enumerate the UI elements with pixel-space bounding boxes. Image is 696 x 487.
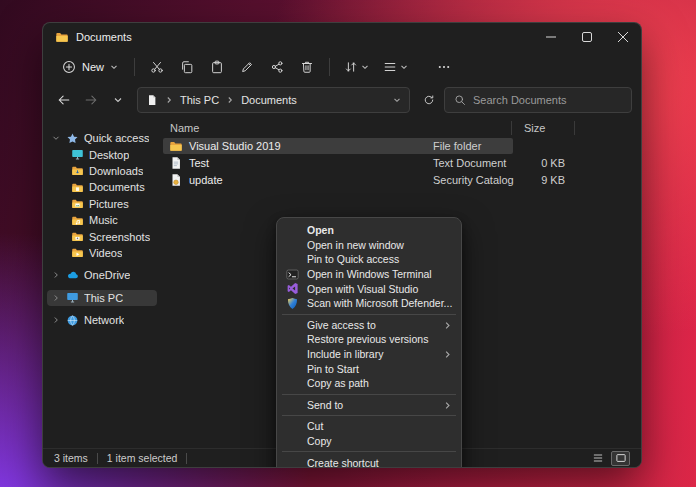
menu-item-label: Restore previous versions [307, 333, 428, 345]
sidebar-item-videos[interactable]: Videos [47, 245, 157, 261]
menu-item-send-to[interactable]: Send to [277, 398, 461, 413]
address-dropdown-icon[interactable] [393, 96, 401, 104]
breadcrumb-this-pc[interactable]: This PC [180, 94, 219, 106]
forward-button[interactable] [79, 88, 103, 112]
recent-locations-button[interactable] [106, 88, 130, 112]
minimize-button[interactable] [533, 23, 569, 51]
sidebar-item-downloads[interactable]: Downloads [47, 163, 157, 179]
sort-button[interactable] [337, 54, 376, 80]
search-box[interactable] [444, 87, 632, 113]
column-header-size[interactable]: Size [524, 122, 545, 134]
menu-item-scan-with-defender[interactable]: Scan with Microsoft Defender... [277, 296, 461, 311]
trash-icon [300, 60, 314, 74]
toolbar-divider [134, 58, 135, 76]
menu-item-copy[interactable]: Copy [277, 434, 461, 449]
file-row-update[interactable]: update Security Catalog 9 KB [161, 172, 641, 189]
breadcrumb-documents[interactable]: Documents [241, 94, 297, 106]
copy-icon [180, 60, 194, 74]
menu-item-open-in-windows-terminal[interactable]: Open in Windows Terminal [277, 267, 461, 282]
close-button[interactable] [605, 23, 641, 51]
chevron-down-icon [361, 63, 369, 71]
sidebar-item-music[interactable]: Music [47, 212, 157, 228]
menu-item-give-access-to[interactable]: Give access to [277, 318, 461, 333]
view-button[interactable] [376, 54, 415, 80]
file-size: 0 KB [491, 157, 565, 169]
menu-item-open-in-new-window[interactable]: Open in new window [277, 238, 461, 253]
sidebar-item-pictures[interactable]: Pictures [47, 196, 157, 212]
menu-item-label: Give access to [307, 319, 376, 331]
command-toolbar: New [43, 51, 641, 83]
thumbnail-view-button[interactable] [611, 451, 630, 466]
file-name: update [189, 174, 223, 186]
column-headers: Name Size [161, 119, 641, 138]
column-divider[interactable] [511, 121, 512, 135]
menu-item-include-in-library[interactable]: Include in library [277, 347, 461, 362]
menu-item-restore-previous-versions[interactable]: Restore previous versions [277, 332, 461, 347]
music-folder-icon [71, 214, 84, 227]
menu-item-label: Cut [307, 420, 323, 432]
search-input[interactable] [473, 94, 622, 106]
delete-button[interactable] [292, 54, 322, 80]
back-button[interactable] [52, 88, 76, 112]
sidebar-item-label: Screenshots [89, 231, 150, 243]
file-size: 9 KB [491, 174, 565, 186]
menu-item-pin-to-start[interactable]: Pin to Start [277, 361, 461, 376]
chevron-down-icon [400, 63, 408, 71]
titlebar[interactable]: Documents [43, 23, 641, 51]
details-view-icon [592, 452, 604, 464]
paste-button[interactable] [202, 54, 232, 80]
text-document-icon [169, 156, 183, 170]
submenu-arrow-icon [443, 350, 452, 359]
defender-shield-icon [286, 297, 299, 310]
sidebar-item-desktop[interactable]: Desktop [47, 146, 157, 162]
menu-item-label: Send to [307, 399, 343, 411]
file-row-visual-studio-2019[interactable]: Visual Studio 2019 File folder [161, 138, 641, 155]
windows-terminal-icon [286, 268, 299, 281]
share-button[interactable] [262, 54, 292, 80]
sidebar-item-documents[interactable]: Documents [47, 179, 157, 195]
sidebar-item-onedrive[interactable]: OneDrive [47, 267, 157, 283]
navigation-sidebar: Quick access Desktop Downloads Documents… [43, 117, 161, 450]
toolbar-divider [329, 58, 330, 76]
security-catalog-icon [169, 173, 183, 187]
refresh-button[interactable] [417, 88, 441, 112]
more-options-button[interactable] [429, 54, 459, 80]
menu-item-pin-to-quick-access[interactable]: Pin to Quick access [277, 252, 461, 267]
chevron-right-icon [165, 96, 173, 104]
sidebar-item-label: OneDrive [84, 269, 130, 281]
rename-button[interactable] [232, 54, 262, 80]
file-row-test[interactable]: Test Text Document 0 KB [161, 155, 641, 172]
details-view-button[interactable] [588, 451, 607, 466]
sidebar-item-screenshots[interactable]: Screenshots [47, 228, 157, 244]
document-icon [146, 94, 158, 106]
rename-icon [240, 60, 254, 74]
menu-item-open[interactable]: Open [277, 223, 461, 238]
sidebar-item-this-pc[interactable]: This PC [47, 290, 157, 306]
status-divider [186, 453, 187, 464]
column-header-name[interactable]: Name [170, 122, 199, 134]
sidebar-item-network[interactable]: Network [47, 312, 157, 328]
copy-button[interactable] [172, 54, 202, 80]
documents-folder-icon [71, 181, 84, 194]
sidebar-item-label: Documents [89, 181, 145, 193]
menu-item-open-with-visual-studio[interactable]: Open with Visual Studio [277, 281, 461, 296]
menu-item-copy-as-path[interactable]: Copy as path [277, 376, 461, 391]
new-button[interactable]: New [53, 54, 127, 80]
onedrive-cloud-icon [66, 269, 79, 282]
ellipsis-icon [437, 60, 451, 74]
maximize-button[interactable] [569, 23, 605, 51]
search-icon [454, 94, 466, 106]
chevron-right-icon [51, 294, 61, 302]
breadcrumb[interactable]: This PC Documents [137, 87, 410, 113]
menu-separator [282, 415, 456, 416]
column-divider[interactable] [574, 121, 575, 135]
menu-item-create-shortcut[interactable]: Create shortcut [277, 455, 461, 468]
menu-item-cut[interactable]: Cut [277, 419, 461, 434]
cut-button[interactable] [142, 54, 172, 80]
sidebar-item-label: Videos [89, 247, 122, 259]
videos-folder-icon [71, 246, 84, 259]
downloads-folder-icon [71, 164, 84, 177]
sidebar-section-gap [43, 284, 161, 290]
sidebar-item-quick-access[interactable]: Quick access [47, 130, 157, 146]
menu-item-label: Create shortcut [307, 457, 379, 468]
